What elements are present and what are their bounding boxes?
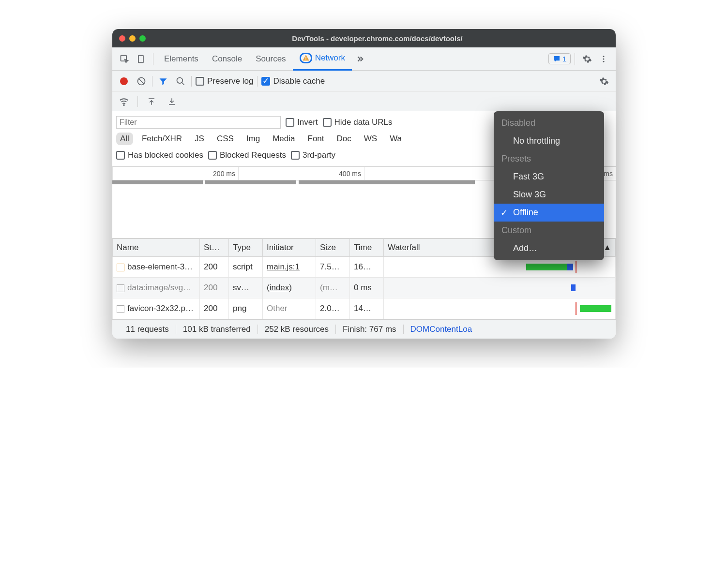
panel-tabbar: Elements Console Sources Network 1 bbox=[112, 47, 616, 71]
separator bbox=[257, 76, 258, 87]
hide-data-urls-checkbox[interactable]: Hide data URLs bbox=[323, 118, 393, 127]
col-size[interactable]: Size bbox=[316, 239, 350, 257]
table-row[interactable]: data:image/svg… 200sv… (index) (m…0 ms bbox=[113, 278, 616, 298]
filter-type-js[interactable]: JS bbox=[191, 133, 208, 145]
svg-point-4 bbox=[603, 56, 605, 57]
preserve-log-checkbox[interactable]: Preserve log bbox=[196, 76, 253, 86]
svg-point-9 bbox=[123, 104, 124, 105]
svg-rect-1 bbox=[138, 55, 143, 62]
separator bbox=[191, 76, 192, 87]
kebab-menu-icon[interactable] bbox=[595, 51, 612, 67]
has-blocked-cookies-checkbox[interactable]: Has blocked cookies bbox=[116, 150, 203, 160]
throttling-group-custom: Custom bbox=[494, 222, 604, 239]
file-icon bbox=[117, 264, 124, 271]
network-conditions-icon[interactable] bbox=[117, 95, 131, 108]
initiator-label: Other bbox=[267, 304, 288, 313]
throttling-offline[interactable]: ✓Offline bbox=[494, 204, 604, 222]
filter-type-doc[interactable]: Doc bbox=[333, 133, 355, 145]
ruler-tick bbox=[364, 167, 490, 180]
network-toolbar-2 bbox=[112, 92, 616, 111]
filter-type-font[interactable]: Font bbox=[304, 133, 328, 145]
throttling-group-disabled: Disabled bbox=[494, 114, 604, 132]
filter-type-media[interactable]: Media bbox=[269, 133, 299, 145]
disable-cache-checkbox[interactable]: ✓Disable cache bbox=[261, 76, 325, 86]
minimize-window-button[interactable] bbox=[129, 35, 136, 42]
settings-icon[interactable] bbox=[579, 51, 595, 67]
tab-elements[interactable]: Elements bbox=[157, 47, 205, 71]
more-tabs-icon[interactable] bbox=[352, 51, 368, 67]
issues-count: 1 bbox=[562, 55, 566, 63]
throttling-fast-3g[interactable]: Fast 3G bbox=[494, 168, 604, 186]
clear-icon[interactable] bbox=[135, 74, 148, 88]
tab-sources[interactable]: Sources bbox=[249, 47, 292, 71]
inspect-element-icon[interactable] bbox=[116, 51, 133, 67]
search-icon[interactable] bbox=[174, 74, 187, 88]
traffic-lights bbox=[119, 35, 146, 42]
device-toolbar-icon[interactable] bbox=[133, 51, 149, 67]
maximize-window-button[interactable] bbox=[139, 35, 146, 42]
filter-type-wasm[interactable]: Wa bbox=[386, 133, 406, 145]
separator bbox=[137, 96, 138, 107]
network-toolbar: Preserve log ✓Disable cache bbox=[112, 71, 616, 92]
tab-console[interactable]: Console bbox=[205, 47, 249, 71]
tab-network-label: Network bbox=[315, 53, 345, 63]
status-dcl: DOMContentLoa bbox=[404, 325, 479, 334]
disable-cache-label: Disable cache bbox=[273, 76, 325, 86]
initiator-link[interactable]: (index) bbox=[267, 283, 292, 292]
devtools-window: DevTools - developer.chrome.com/docs/dev… bbox=[112, 29, 616, 339]
filter-type-img[interactable]: Img bbox=[243, 133, 264, 145]
titlebar: DevTools - developer.chrome.com/docs/dev… bbox=[112, 29, 616, 47]
separator bbox=[153, 53, 153, 65]
col-name[interactable]: Name bbox=[113, 239, 200, 257]
status-bar: 11 requests 101 kB transferred 252 kB re… bbox=[112, 319, 616, 339]
throttling-add[interactable]: Add… bbox=[494, 239, 604, 257]
import-har-icon[interactable] bbox=[145, 95, 158, 108]
ruler-tick: 400 ms bbox=[238, 167, 364, 180]
table-row[interactable]: favicon-32x32.p… 200png Other 2.0…14… bbox=[113, 298, 616, 319]
svg-rect-3 bbox=[305, 59, 306, 60]
file-icon bbox=[117, 305, 124, 313]
col-time[interactable]: Time bbox=[350, 239, 384, 257]
filter-type-all[interactable]: All bbox=[116, 133, 133, 145]
filter-type-ws[interactable]: WS bbox=[360, 133, 381, 145]
status-transferred: 101 kB transferred bbox=[176, 325, 258, 334]
status-finish: Finish: 767 ms bbox=[336, 325, 404, 334]
col-type[interactable]: Type bbox=[229, 239, 263, 257]
tab-network[interactable]: Network bbox=[293, 47, 352, 71]
throttling-slow-3g[interactable]: Slow 3G bbox=[494, 186, 604, 204]
third-party-checkbox[interactable]: 3rd-party bbox=[291, 150, 335, 160]
throttling-dropdown: Disabled No throttling Presets Fast 3G S… bbox=[494, 111, 604, 260]
svg-point-8 bbox=[177, 77, 183, 83]
ruler-tick: 200 ms bbox=[112, 167, 238, 180]
filter-input[interactable] bbox=[116, 116, 281, 129]
initiator-link[interactable]: main.js:1 bbox=[267, 262, 300, 271]
filter-type-css[interactable]: CSS bbox=[213, 133, 238, 145]
throttling-no-throttling[interactable]: No throttling bbox=[494, 132, 604, 150]
svg-rect-0 bbox=[121, 55, 127, 61]
window-title: DevTools - developer.chrome.com/docs/dev… bbox=[146, 34, 609, 43]
separator bbox=[152, 76, 152, 87]
preserve-log-label: Preserve log bbox=[207, 76, 253, 86]
status-requests: 11 requests bbox=[119, 325, 176, 334]
separator bbox=[575, 53, 575, 65]
svg-point-5 bbox=[603, 58, 605, 59]
file-icon bbox=[117, 284, 124, 292]
svg-point-6 bbox=[603, 60, 605, 62]
export-har-icon[interactable] bbox=[165, 95, 179, 108]
check-icon: ✓ bbox=[500, 208, 508, 218]
status-resources: 252 kB resources bbox=[258, 325, 336, 334]
close-window-button[interactable] bbox=[119, 35, 125, 42]
blocked-requests-checkbox[interactable]: Blocked Requests bbox=[208, 150, 286, 160]
col-initiator[interactable]: Initiator bbox=[263, 239, 316, 257]
filter-type-fetch[interactable]: Fetch/XHR bbox=[138, 133, 186, 145]
svg-rect-2 bbox=[305, 57, 306, 59]
invert-checkbox[interactable]: Invert bbox=[286, 118, 318, 127]
network-settings-icon[interactable] bbox=[597, 74, 611, 88]
warning-icon bbox=[300, 53, 312, 63]
throttling-group-presets: Presets bbox=[494, 150, 604, 168]
record-button[interactable] bbox=[117, 74, 131, 88]
filter-icon[interactable] bbox=[156, 74, 170, 88]
col-status[interactable]: St… bbox=[200, 239, 229, 257]
issues-button[interactable]: 1 bbox=[548, 53, 571, 64]
